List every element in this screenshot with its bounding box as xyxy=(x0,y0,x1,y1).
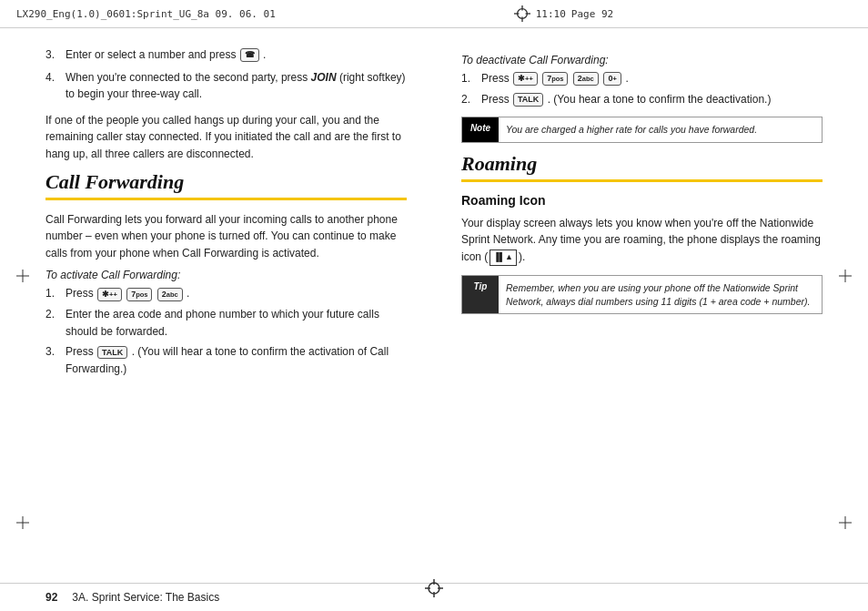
note-content: You are charged a higher rate for calls … xyxy=(499,117,764,142)
roaming-icon-heading: Roaming Icon xyxy=(461,193,823,208)
reg-mark-left-bottom xyxy=(16,516,29,533)
crosshair-icon xyxy=(514,5,530,22)
note-label: Note xyxy=(462,117,499,142)
page: LX290_Eng(1.0)_0601:Sprint_UG_8a 09. 06.… xyxy=(0,0,868,611)
footer-page-num: 92 xyxy=(45,591,57,604)
call-forwarding-title: Call Forwarding xyxy=(45,170,407,194)
reg-mark-right-bottom xyxy=(839,516,852,533)
roaming-title: Roaming xyxy=(461,152,823,176)
activate-step-2: 2. Enter the area code and phone number … xyxy=(45,306,407,340)
call-forwarding-intro: Call Forwarding lets you forward all you… xyxy=(45,211,407,262)
key-7b: 7pos xyxy=(542,72,568,86)
key-star: ✱++ xyxy=(97,288,122,301)
activate-label: To activate Call Forwarding: xyxy=(45,269,407,281)
note-box: Note You are charged a higher rate for c… xyxy=(461,117,823,143)
roaming-divider xyxy=(461,179,823,182)
key-2b: 2abc xyxy=(573,72,599,86)
header-bar: LX290_Eng(1.0)_0601:Sprint_UG_8a 09. 06.… xyxy=(0,0,868,28)
left-column: 3. Enter or select a number and press ☎ … xyxy=(0,28,434,583)
list-item: 4. When you're connected to the second p… xyxy=(45,69,407,103)
main-content: 3. Enter or select a number and press ☎ … xyxy=(0,28,868,583)
activate-step-3: 3. Press TALK . (You will hear a tone to… xyxy=(45,343,407,377)
footer: 92 3A. Sprint Service: The Basics xyxy=(0,583,868,611)
key-talk2: TALK xyxy=(513,93,543,107)
top-list: 3. Enter or select a number and press ☎ … xyxy=(45,46,407,103)
crosshair-bottom-icon xyxy=(425,579,443,600)
footer-section: 3A. Sprint Service: The Basics xyxy=(72,591,219,604)
key-talk: TALK xyxy=(97,346,127,360)
key-7: 7pos xyxy=(126,288,152,301)
call-forwarding-section: Call Forwarding Call Forwarding lets you… xyxy=(45,170,407,378)
right-column: To deactivate Call Forwarding: 1. Press … xyxy=(434,28,868,583)
section-divider xyxy=(45,198,407,200)
activate-steps: 1. Press ✱++ 7pos 2abc . 2. Enter the ar… xyxy=(45,285,407,377)
tip-content: Remember, when you are using your phone … xyxy=(499,276,822,313)
deactivate-step-2: 2. Press TALK . (You hear a tone to conf… xyxy=(461,91,823,108)
header-center: 11:10 Page 92 xyxy=(514,5,613,22)
reg-mark-left-top xyxy=(16,270,29,286)
key-0: 0+ xyxy=(603,72,621,86)
deactivate-label: To deactivate Call Forwarding: xyxy=(461,54,823,66)
tip-label: Tip xyxy=(462,276,499,313)
body-paragraph: If one of the people you called hangs up… xyxy=(45,112,407,163)
tip-box: Tip Remember, when you are using your ph… xyxy=(461,275,823,314)
roaming-section: Roaming Roaming Icon Your display screen… xyxy=(461,152,823,314)
roaming-body: Your display screen always lets you know… xyxy=(461,215,823,266)
reg-mark-right-top xyxy=(839,270,852,286)
header-time: 11:10 xyxy=(536,8,566,20)
header-page: Page 92 xyxy=(571,8,613,20)
roaming-icon: ▐▌▲ xyxy=(490,249,517,266)
key-star2: ✱++ xyxy=(513,72,538,86)
key-2: 2abc xyxy=(157,288,183,301)
activate-step-1: 1. Press ✱++ 7pos 2abc . xyxy=(45,285,407,302)
deactivate-step-1: 1. Press ✱++ 7pos 2abc 0+ . xyxy=(461,70,823,87)
header-left: LX290_Eng(1.0)_0601:Sprint_UG_8a 09. 06.… xyxy=(16,8,276,20)
deactivate-steps: 1. Press ✱++ 7pos 2abc 0+ . 2. Press TAL… xyxy=(461,70,823,107)
phone-key: ☎ xyxy=(240,48,259,62)
list-item: 3. Enter or select a number and press ☎ … xyxy=(45,46,407,64)
